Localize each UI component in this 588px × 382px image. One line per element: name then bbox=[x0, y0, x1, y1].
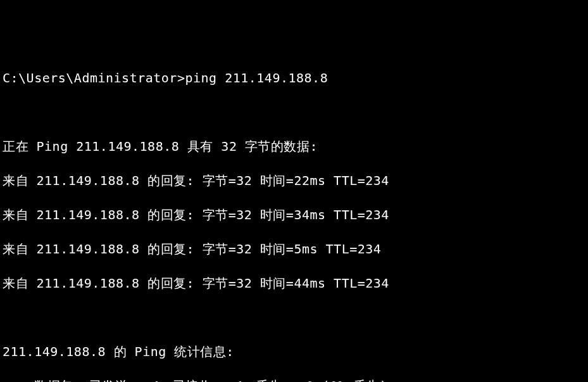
ping-stats-header: 211.149.188.8 的 Ping 统计信息: bbox=[3, 343, 585, 360]
ping-packets: 数据包: 已发送 = 4，已接收 = 4，丢失 = 0 (0% 丢失)， bbox=[3, 378, 585, 382]
ping-reply: 来自 211.149.188.8 的回复: 字节=32 时间=44ms TTL=… bbox=[3, 275, 585, 292]
ping-reply: 来自 211.149.188.8 的回复: 字节=32 时间=5ms TTL=2… bbox=[3, 241, 585, 258]
blank-line bbox=[3, 104, 585, 121]
ping-header: 正在 Ping 211.149.188.8 具有 32 字节的数据: bbox=[3, 138, 585, 155]
blank-line bbox=[3, 309, 585, 326]
ping-reply: 来自 211.149.188.8 的回复: 字节=32 时间=22ms TTL=… bbox=[3, 172, 585, 189]
prompt-path: C:\Users\Administrator> bbox=[3, 70, 185, 86]
ping-reply: 来自 211.149.188.8 的回复: 字节=32 时间=34ms TTL=… bbox=[3, 207, 585, 224]
prompt-line-ping[interactable]: C:\Users\Administrator>ping 211.149.188.… bbox=[3, 70, 585, 87]
command-ping: ping 211.149.188.8 bbox=[185, 70, 328, 86]
